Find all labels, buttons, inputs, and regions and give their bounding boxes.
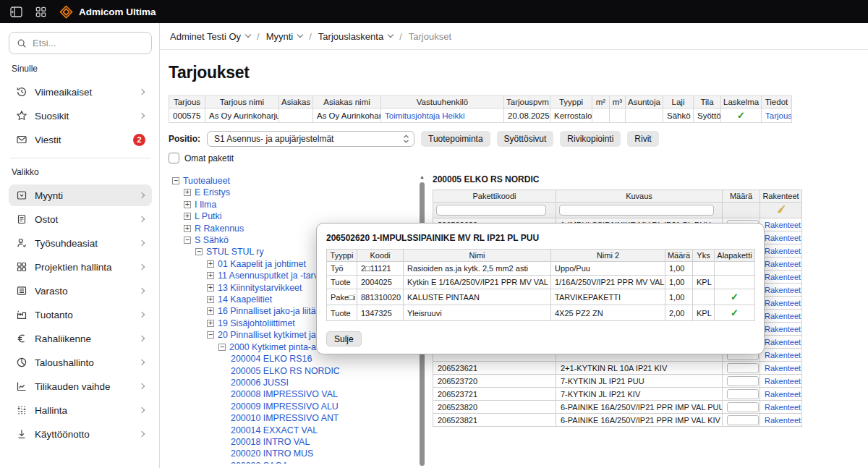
sidebar-item-projects[interactable]: Projektien hallinta (9, 256, 152, 278)
rakenteet-link[interactable]: Rakenteet (765, 364, 801, 373)
chevron-right-icon (139, 312, 145, 318)
tree-item[interactable]: +E Eristys (169, 187, 418, 198)
sidebar-item-deploy[interactable]: Käyttöönotto (9, 423, 152, 445)
expand-icon[interactable]: + (184, 213, 191, 220)
tree-item[interactable]: 200008 IMPRESSIVO VAL (169, 388, 418, 400)
admicom-logo-icon (59, 5, 73, 19)
tree-item[interactable]: +L Putki (169, 210, 418, 222)
sidebar-toggle-icon[interactable] (10, 7, 22, 17)
toolbar-button-syöttösivut[interactable]: Syöttösivut (497, 131, 554, 147)
sidebar-item-hr[interactable]: Työsuhdeasiat (9, 232, 152, 254)
rakenteet-link[interactable]: Rakenteet (765, 299, 801, 307)
rakenteet-link[interactable]: Rakenteet (765, 403, 801, 412)
scroll-up-icon[interactable]: ▲ (418, 174, 426, 179)
tree-item[interactable]: 200009 IMPRESSIVO ALU (169, 401, 418, 412)
broom-icon[interactable] (775, 208, 786, 216)
rakenteet-link[interactable]: Rakenteet (765, 338, 801, 346)
rakenteet-link[interactable]: Rakenteet (765, 416, 801, 425)
collapse-icon[interactable]: − (184, 237, 191, 244)
collapse-icon[interactable]: − (218, 344, 226, 351)
expand-icon[interactable]: + (207, 296, 214, 303)
sidebar-item-sales[interactable]: Myynti (9, 184, 152, 206)
tree-item[interactable]: 200010 IMPRESSIVO ANT (169, 412, 418, 424)
rakenteet-link[interactable]: Rakenteet (765, 377, 801, 386)
sidebar-item-finance[interactable]: Taloushallinto (9, 352, 152, 373)
app-launcher-icon[interactable] (35, 7, 46, 17)
tree-item[interactable]: 200006 JUSSI (169, 377, 418, 388)
rakenteet-link[interactable]: Rakenteet (765, 312, 801, 320)
collapse-icon[interactable]: − (207, 331, 214, 339)
expand-icon[interactable]: + (207, 272, 214, 279)
sidebar-item-mail[interactable]: Viestit2 (9, 129, 152, 150)
tree-item[interactable]: 200004 ELKO RS16 (169, 353, 418, 365)
sidebar-item-euro[interactable]: Rahaliikenne (9, 328, 152, 349)
rakenteet-link[interactable]: Rakenteet (765, 325, 801, 333)
expand-icon[interactable]: + (184, 225, 191, 232)
tree-item[interactable]: +I Ilma (169, 199, 418, 210)
breadcrumb-item[interactable]: Tarjouslaskenta (318, 31, 393, 42)
collapse-icon[interactable]: − (172, 177, 179, 184)
sidebar-item-star[interactable]: Suosikit (9, 105, 152, 127)
brand[interactable]: Admicom Ultima (59, 5, 156, 19)
quantity-input[interactable] (727, 389, 759, 399)
chevron-right-icon (139, 113, 145, 119)
expand-icon[interactable]: + (207, 320, 214, 327)
rakenteet-link[interactable]: Rakenteet (765, 273, 801, 281)
sidebar-item-production[interactable]: Tuotanto (9, 304, 152, 326)
responsible-link[interactable]: Toimitusjohtaja Heikki (381, 109, 504, 123)
collapse-icon[interactable]: − (195, 248, 203, 255)
rakenteet-link[interactable]: Rakenteet (765, 234, 801, 242)
close-button[interactable]: Sulje (326, 331, 362, 346)
quantity-input[interactable] (727, 376, 759, 386)
responsible-link[interactable]: Toimitusjohtaja Heikki (385, 111, 465, 120)
sidebar-item-warehouse[interactable]: Varasto (9, 280, 152, 302)
rakenteet-cell: Rakenteet (760, 362, 802, 375)
sidebar-item-sliders[interactable]: Hallinta (9, 399, 152, 421)
quantity-input[interactable] (727, 415, 759, 425)
offers-column-header: Laji (663, 96, 694, 109)
expand-icon[interactable]: + (207, 307, 214, 315)
alapaketti-check-icon: ✓ (715, 305, 755, 321)
sidebar-item-chart[interactable]: Tilikauden vaihde (9, 375, 152, 397)
category: Sähkö (663, 109, 694, 123)
breadcrumb-item[interactable]: Myynti (266, 31, 303, 42)
tiedot-link[interactable]: Tarjous (765, 111, 792, 120)
tree-item[interactable]: 200020 INTRO MUS (169, 448, 418, 459)
rakenteet-link[interactable]: Rakenteet (765, 221, 801, 229)
toolbar-button-rivit[interactable]: Rivit (627, 131, 658, 147)
sidebar-item-history[interactable]: Viimeaikaiset (9, 81, 152, 103)
search-input[interactable]: Etsi... (9, 32, 152, 54)
expand-icon[interactable]: + (184, 201, 191, 208)
modal-table: TyyppiKoodiNimiNimi 2MääräYksAlapaketti … (326, 249, 755, 321)
rakenteet-cell: Rakenteet (760, 375, 802, 388)
tree-item[interactable]: 200014 EXXACT VAL (169, 425, 418, 436)
tree-item[interactable]: 200032 SAGA (169, 460, 418, 464)
rakenteet-link[interactable]: Rakenteet (765, 247, 801, 255)
breadcrumb-item[interactable]: Adminet Testi Oy (170, 31, 250, 42)
sidebar-item-label: Tuotanto (35, 310, 132, 320)
rakenteet-link[interactable]: Rakenteet (765, 286, 801, 294)
sidebar-item-purchases[interactable]: Ostot (9, 208, 152, 230)
offer-row[interactable]: 000575As Oy AurinkoharjuAs Oy Aurinkohar… (169, 109, 792, 123)
toolbar-button-tuotepoiminta[interactable]: Tuotepoiminta (421, 131, 490, 147)
rakenteet-cell: Rakenteet (760, 244, 802, 258)
tree-item-label: STUL STUL ry (206, 247, 264, 257)
tree-item[interactable]: −Tuotealueet (169, 175, 418, 187)
kuvaus-filter-input[interactable] (559, 205, 714, 216)
expand-icon[interactable]: + (207, 260, 214, 268)
tiedot-link[interactable]: Tarjous (762, 109, 792, 123)
expand-icon[interactable]: + (184, 189, 191, 196)
rakenteet-link[interactable]: Rakenteet (765, 390, 801, 399)
rakenteet-link[interactable]: Rakenteet (765, 351, 801, 359)
quantity-input[interactable] (727, 402, 759, 412)
search-icon (17, 38, 27, 48)
toolbar-button-rivikopiointi[interactable]: Rivikopiointi (560, 131, 621, 147)
quantity-input[interactable] (727, 363, 759, 373)
tree-item[interactable]: 200018 INTRO VAL (169, 436, 418, 448)
code-filter-input[interactable] (436, 205, 546, 216)
rakenteet-link[interactable]: Rakenteet (765, 260, 801, 268)
expand-icon[interactable]: + (207, 284, 214, 292)
tree-item[interactable]: 200005 ELKO RS NORDIC (169, 365, 418, 377)
positio-select[interactable]: S1 Asennus- ja apujärjestelmät (207, 131, 414, 147)
omat-paketit-checkbox[interactable] (169, 153, 179, 163)
